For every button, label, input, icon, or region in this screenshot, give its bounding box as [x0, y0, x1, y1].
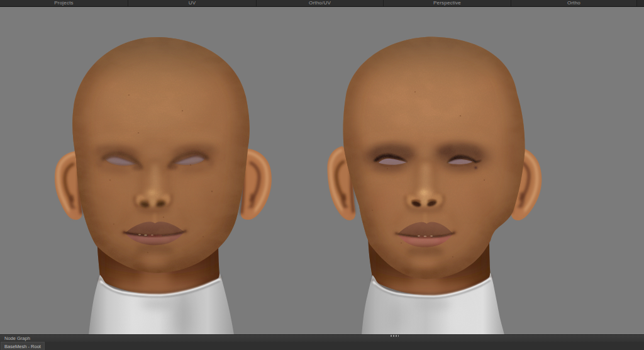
- tab-ortho-uv[interactable]: Ortho/UV: [257, 0, 384, 6]
- node-graph-title: Node Graph: [0, 336, 30, 341]
- right-head-shading: [338, 35, 533, 301]
- tab-ortho[interactable]: Ortho: [511, 0, 637, 6]
- node-tab-basemesh-root[interactable]: BaseMesh - Root: [1, 342, 45, 350]
- node-graph-panel: Node Graph BaseMesh - Root: [0, 334, 644, 350]
- tab-uv[interactable]: UV: [128, 0, 257, 6]
- tab-bar-stub: [637, 0, 644, 6]
- application-window: Projects UV Ortho/UV Perspective Ortho: [0, 0, 644, 350]
- head-model-left[interactable]: [53, 35, 274, 334]
- node-graph-header[interactable]: Node Graph: [0, 334, 644, 342]
- panel-resize-grip[interactable]: [391, 335, 399, 337]
- tab-projects[interactable]: Projects: [0, 0, 128, 6]
- head-model-right[interactable]: [327, 35, 544, 334]
- left-head-shading: [66, 35, 255, 287]
- tab-perspective[interactable]: Perspective: [384, 0, 511, 6]
- 3d-viewport[interactable]: [0, 7, 644, 334]
- viewport-tab-bar: Projects UV Ortho/UV Perspective Ortho: [0, 0, 644, 7]
- node-graph-body[interactable]: BaseMesh - Root: [0, 342, 644, 350]
